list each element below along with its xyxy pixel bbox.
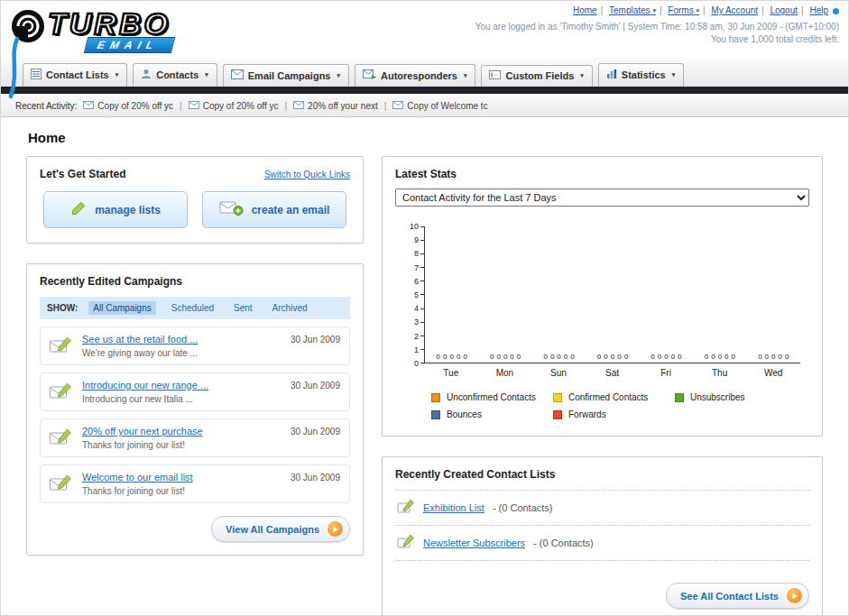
chevron-down-icon: ▾ xyxy=(464,72,467,79)
filter-archived[interactable]: Archived xyxy=(268,301,312,315)
header-bullet-icon xyxy=(833,8,839,14)
contact-list-row: Newsletter Subscribers - (0 Contacts) xyxy=(395,526,809,561)
credits-info: You have 1,000 total credits left. xyxy=(475,34,839,44)
envelope-icon xyxy=(293,101,304,111)
pencil-icon xyxy=(397,499,415,517)
show-label: SHOW: xyxy=(47,303,78,313)
campaign-date: 30 Jun 2009 xyxy=(291,473,340,483)
envelope-pencil-icon xyxy=(49,382,73,405)
stats-period-select[interactable]: Contact Activity for the Last 7 Days xyxy=(395,188,809,207)
top-link-home[interactable]: Home xyxy=(573,5,597,15)
app-logo[interactable]: TURBO EMAIL xyxy=(6,5,259,104)
autoresponders-icon xyxy=(363,69,376,81)
arrow-right-icon xyxy=(328,521,343,537)
campaign-filter-bar: SHOW: All Campaigns Scheduled Sent Archi… xyxy=(40,297,350,319)
latest-stats-title: Latest Stats xyxy=(395,168,809,180)
filter-sent[interactable]: Sent xyxy=(229,301,257,315)
envelope-pencil-icon xyxy=(49,428,73,451)
recent-activity-item[interactable]: 20% off your next xyxy=(293,101,378,111)
pencil-icon xyxy=(70,200,87,219)
chevron-down-icon: ▾ xyxy=(696,7,699,14)
campaign-title-link[interactable]: Introducing our new range ... xyxy=(82,380,272,391)
campaign-date: 30 Jun 2009 xyxy=(291,335,340,345)
chevron-down-icon: ▾ xyxy=(337,72,340,79)
contact-list-link[interactable]: Exhibition List xyxy=(423,502,484,513)
top-link-forms[interactable]: Forms ▾ xyxy=(668,5,699,15)
contact-list-detail: - (0 Contacts) xyxy=(533,538,594,548)
get-started-title: Let's Get Started xyxy=(40,168,126,180)
top-link-my-account[interactable]: My Account xyxy=(711,5,758,15)
recent-contact-lists-title: Recently Created Contact Lists xyxy=(395,468,809,481)
campaign-row: Introducing our new range ... Introducin… xyxy=(40,372,350,411)
top-nav-links: Home| Templates ▾| Forms ▾| My Account| … xyxy=(475,5,839,15)
top-link-help[interactable]: Help xyxy=(809,5,828,15)
top-link-logout[interactable]: Logout xyxy=(770,5,798,15)
filter-scheduled[interactable]: Scheduled xyxy=(167,301,218,315)
contact-list-detail: - (0 Contacts) xyxy=(493,502,553,513)
campaign-subtitle: Thanks for joining our list! xyxy=(82,486,272,496)
chart-legend: Unconfirmed ContactsConfirmed ContactsUn… xyxy=(431,392,800,419)
recent-campaigns-title: Recently Edited Campaigns xyxy=(40,275,350,288)
campaign-subtitle: Thanks for joining our list! xyxy=(82,440,272,450)
logo-email-band: EMAIL xyxy=(84,37,176,53)
manage-lists-button[interactable]: manage lists xyxy=(43,191,188,228)
pencil-icon xyxy=(397,534,415,552)
envelope-pencil-icon xyxy=(49,473,73,497)
chevron-down-icon: ▾ xyxy=(672,71,676,78)
campaign-date: 30 Jun 2009 xyxy=(291,427,340,437)
switch-quick-links-link[interactable]: Switch to Quick Links xyxy=(264,170,350,179)
recent-contact-lists-panel: Recently Created Contact Lists Exhibitio… xyxy=(382,456,823,616)
envelope-pencil-icon xyxy=(49,336,73,359)
x-axis: TueMonSunSatFriThuWed xyxy=(424,368,800,378)
see-all-contact-lists-button[interactable]: See All Contact Lists xyxy=(666,583,809,609)
statistics-icon xyxy=(606,69,617,81)
page-title: Home xyxy=(28,130,823,145)
chevron-down-icon: ▾ xyxy=(652,7,656,14)
latest-stats-panel: Latest Stats Contact Activity for the La… xyxy=(382,156,823,437)
header: TURBO EMAIL Home| Templates ▾| Forms ▾| … xyxy=(1,1,848,59)
contact-list-link[interactable]: Newsletter Subscribers xyxy=(423,538,525,548)
envelope-icon xyxy=(392,101,403,111)
arrow-right-icon xyxy=(787,588,802,603)
campaign-row: 20% off your next purchase Thanks for jo… xyxy=(40,418,350,457)
campaign-date: 30 Jun 2009 xyxy=(291,381,340,391)
app-window: TURBO EMAIL Home| Templates ▾| Forms ▾| … xyxy=(0,0,849,616)
custom-fields-icon xyxy=(489,70,501,81)
header-right: Home| Templates ▾| Forms ▾| My Account| … xyxy=(475,5,839,44)
create-email-button[interactable]: create an email xyxy=(202,191,346,228)
campaign-subtitle: We're giving away our late ... xyxy=(82,348,272,358)
tab-statistics[interactable]: Statistics▾ xyxy=(598,63,684,87)
y-axis: 109876543210 xyxy=(401,226,424,363)
view-all-campaigns-button[interactable]: View All Campaigns xyxy=(211,516,350,542)
envelope-plus-icon xyxy=(219,199,244,220)
chart-plot-area: 00000000000000000000000000000000000 xyxy=(424,226,800,363)
campaign-row: Welcome to our email list Thanks for joi… xyxy=(40,464,350,503)
campaign-subtitle: Introducing our new Italia ... xyxy=(82,394,272,404)
get-started-panel: Let's Get Started Switch to Quick Links … xyxy=(26,156,364,244)
top-link-templates[interactable]: Templates ▾ xyxy=(609,5,656,15)
contact-list-row: Exhibition List - (0 Contacts) xyxy=(395,491,809,526)
campaign-title-link[interactable]: See us at the retail food ... xyxy=(82,334,272,345)
recent-activity-item[interactable]: Copy of Welcome tc xyxy=(392,101,487,111)
filter-all-campaigns[interactable]: All Campaigns xyxy=(88,301,155,315)
recent-campaigns-panel: Recently Edited Campaigns SHOW: All Camp… xyxy=(26,263,364,556)
campaign-title-link[interactable]: Welcome to our email list xyxy=(82,472,272,483)
chevron-down-icon: ▾ xyxy=(580,72,584,79)
campaign-row: See us at the retail food ... We're givi… xyxy=(40,326,350,365)
tab-custom-fields[interactable]: Custom Fields▾ xyxy=(481,65,592,87)
contact-activity-chart: 109876543210 000000000000000000000000000… xyxy=(401,226,800,419)
login-info: You are logged in as 'Timothy Smith' | S… xyxy=(475,22,839,32)
campaign-title-link[interactable]: 20% off your next purchase xyxy=(82,426,272,437)
chart-values: 00000000000000000000000000000000000 xyxy=(425,353,800,361)
main-content: Home Let's Get Started Switch to Quick L… xyxy=(1,117,848,616)
tab-autoresponders[interactable]: Autoresponders▾ xyxy=(355,64,475,87)
